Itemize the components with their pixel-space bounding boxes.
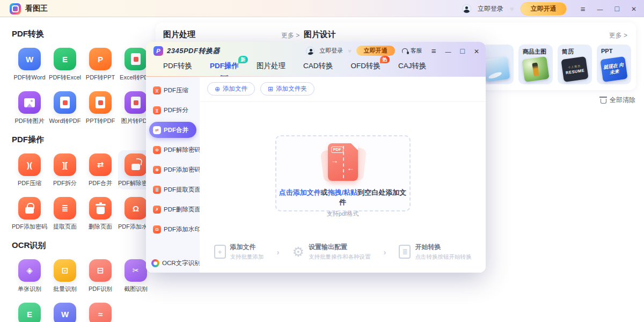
- pdf-to-word-icon: W: [18, 48, 41, 70]
- close-icon[interactable]: [631, 5, 636, 12]
- tool-pdf-to-ppt[interactable]: P PDF转PPT: [83, 45, 118, 84]
- extract-pages-icon: ≣: [54, 197, 76, 219]
- compress-icon: )(: [153, 86, 161, 94]
- step-add-file: 添加文件 支持批量添加: [214, 243, 264, 261]
- ocr-screenshot-icon: ✂: [125, 259, 147, 282]
- login-link[interactable]: 立即登录: [478, 4, 503, 13]
- image-to-pdf-icon: [125, 91, 147, 114]
- chevron-right-icon: [277, 247, 280, 257]
- hot-badge: 热: [380, 56, 390, 63]
- dialog-maximize-icon[interactable]: [460, 47, 464, 55]
- delete-pages-icon: [89, 197, 112, 219]
- pdf-compress-icon: )(: [18, 153, 41, 176]
- upgrade-button[interactable]: 立即开通: [521, 2, 567, 16]
- section-title-pdf-convert: PDF转换: [12, 29, 155, 39]
- tool-image-to-word[interactable]: W 图片转Word: [47, 299, 83, 322]
- sidebar-item-pdf-delete-pages[interactable]: ✗ PDF删除页面: [149, 201, 196, 217]
- tool-pdf-to-image[interactable]: PDF转图片: [12, 88, 47, 127]
- sidebar-item-pdf-merge[interactable]: ⇄ PDF合并: [149, 122, 196, 138]
- pdf-converter-dialog: P 2345PDF转换器 立即登录 ♥ 立即开通 客服 PDF转换 PDF: [146, 42, 486, 273]
- workflow-steps: 添加文件 支持批量添加 设置输出配置 支持批量操作和各种设置 开: [200, 243, 486, 261]
- sidebar-item-pdf-add-password[interactable]: ⊕ PDF添加密码: [149, 162, 196, 178]
- tab-ofd-convert[interactable]: OFD转换 热: [351, 61, 381, 71]
- dialog-logo-icon: P: [153, 46, 163, 56]
- vip-heart-icon[interactable]: ♥: [510, 5, 514, 13]
- app-logo-icon: [10, 3, 21, 14]
- pdf-remove-password-icon: [125, 153, 147, 176]
- support-link[interactable]: 客服: [411, 47, 422, 55]
- tool-pdf-to-word[interactable]: W PDF转Word: [12, 45, 47, 84]
- user-avatar-icon[interactable]: [462, 4, 471, 13]
- word-to-pdf-icon: [54, 91, 76, 114]
- ocr-pdf-icon: ⊟: [89, 259, 112, 282]
- sidebar-item-pdf-compress[interactable]: )( PDF压缩: [149, 82, 196, 98]
- tab-pdf-operate[interactable]: PDF操作 新: [210, 61, 239, 71]
- menu-icon[interactable]: [581, 5, 586, 13]
- sidebar-item-pdf-watermark[interactable]: Ω PDF添加水印: [149, 221, 196, 237]
- arrow-right-icon: →: [331, 157, 339, 164]
- image-design-more-link[interactable]: 更多 >: [609, 31, 627, 40]
- extract-icon: ≣: [153, 186, 161, 194]
- sidebar-item-ocr-text[interactable]: OCR文字识别: [151, 259, 201, 267]
- add-file-button[interactable]: 添加文件: [207, 82, 255, 96]
- tool-image-to-excel[interactable]: E 图片转Excel: [12, 299, 47, 322]
- tool-pdf-split[interactable]: ][ PDF拆分: [47, 150, 83, 189]
- headset-icon[interactable]: [402, 48, 408, 54]
- unlock-icon: ⊙: [153, 146, 161, 154]
- tab-pdf-convert[interactable]: PDF转换: [163, 61, 192, 71]
- ppt-to-pdf-icon: [89, 91, 112, 114]
- dropzone-hint: 支持pdf格式: [276, 210, 409, 218]
- dialog-minimize-icon[interactable]: [445, 47, 451, 55]
- design-thumb-resume: 个人简历 RESUME: [561, 56, 588, 82]
- dialog-menu-icon[interactable]: [431, 47, 436, 55]
- tool-pdf-to-excel[interactable]: E PDF转Excel: [47, 45, 83, 84]
- maximize-icon[interactable]: [614, 5, 619, 12]
- design-card-product[interactable]: 商品主图: [518, 45, 553, 84]
- dialog-vip-heart-icon[interactable]: ♥: [348, 48, 352, 54]
- pdf-merge-icon: ⇄: [89, 153, 112, 176]
- dialog-avatar-icon[interactable]: [306, 47, 314, 55]
- dialog-tabs: PDF转换 PDF操作 新 图片处理 CAD转换 OFD转换 热 CAJ转换: [146, 56, 486, 71]
- file-dropzone[interactable]: PDF → ← 点击添加文件或拖拽/粘贴到空白处添加文件 支持pdf格式: [275, 135, 411, 211]
- design-card-ppt[interactable]: PPT 就现在 向未来: [597, 45, 631, 84]
- dialog-upgrade-button[interactable]: 立即开通: [356, 46, 395, 56]
- tab-caj-convert[interactable]: CAJ转换: [398, 61, 427, 71]
- tool-ocr-batch[interactable]: ⊡ 批量识别: [47, 256, 83, 295]
- dialog-main-area: 添加文件 添加文件夹 PDF → ←: [200, 77, 486, 273]
- tool-pdf-merge[interactable]: ⇄ PDF合并: [83, 150, 118, 189]
- pdf-merge-illustration: PDF → ←: [320, 143, 366, 185]
- section-title-pdf-operate: PDF操作: [12, 135, 155, 145]
- tool-ppt-to-pdf[interactable]: PPT转PDF: [83, 88, 118, 127]
- clear-all-button[interactable]: 全部清除: [601, 96, 635, 105]
- tool-delete-pages[interactable]: 删除页面: [83, 194, 118, 233]
- tool-word-to-pdf[interactable]: Word转PDF: [47, 88, 83, 127]
- tool-ocr-image-to-pdf[interactable]: ≈ 图片转PDF: [83, 299, 118, 322]
- step-configure-output: 设置输出配置 支持批量操作和各种设置: [292, 243, 371, 261]
- dialog-close-icon[interactable]: [474, 47, 479, 55]
- add-folder-button[interactable]: 添加文件夹: [260, 82, 314, 96]
- sidebar-item-pdf-remove-password[interactable]: ⊙ PDF解除密码: [149, 142, 196, 158]
- image-design-title: 图片设计: [304, 30, 336, 40]
- lock-icon: ⊕: [153, 166, 161, 174]
- image-to-word-icon: W: [54, 303, 76, 322]
- merge-icon: ⇄: [153, 126, 161, 134]
- split-icon: ][: [153, 106, 161, 114]
- tab-image-processing[interactable]: 图片处理: [257, 61, 286, 71]
- sidebar-item-pdf-extract-pages[interactable]: ≣ PDF提取页面: [149, 181, 196, 197]
- dialog-login-link[interactable]: 立即登录: [319, 47, 343, 55]
- design-thumb-ppt: 就现在 向未来: [600, 56, 627, 82]
- tab-cad-convert[interactable]: CAD转换: [303, 61, 333, 71]
- design-card-resume[interactable]: 简历 个人简历 RESUME: [558, 45, 592, 84]
- tool-ocr-pdf[interactable]: ⊟ PDF识别: [83, 256, 118, 295]
- tool-pdf-compress[interactable]: )( PDF压缩: [12, 150, 47, 189]
- image-processing-more-link[interactable]: 更多 >: [281, 31, 299, 40]
- sidebar-item-pdf-split[interactable]: ][ PDF拆分: [149, 102, 196, 118]
- tool-extract-pages[interactable]: ≣ 提取页面: [47, 194, 83, 233]
- tool-pdf-add-password[interactable]: PDF添加密码: [12, 194, 47, 233]
- step-start-convert: 开始转换 点击转换按钮开始转换: [399, 243, 471, 261]
- merge-divider: [343, 146, 344, 178]
- left-tool-panel: PDF转换 W PDF转Word E PDF转Excel P PDF转PPT E…: [0, 17, 155, 322]
- tool-ocr-single[interactable]: ◈ 单张识别: [12, 256, 47, 295]
- minimize-icon[interactable]: [597, 5, 603, 12]
- new-badge: 新: [238, 56, 248, 63]
